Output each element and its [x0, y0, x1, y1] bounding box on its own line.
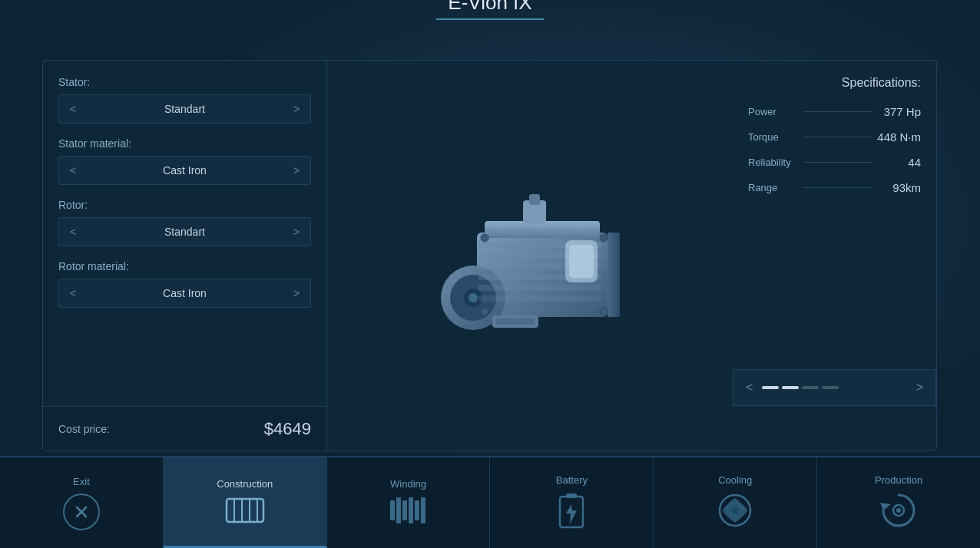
nav-battery-label: Battery	[556, 474, 588, 486]
svg-rect-16	[569, 245, 594, 278]
spec-reliability-line	[804, 162, 872, 163]
stator-selector: < Standart >	[58, 94, 311, 124]
spec-reliability-row: Reliability 44	[748, 156, 921, 169]
nav-battery[interactable]: Battery	[490, 457, 654, 548]
spec-range-line	[804, 187, 872, 188]
rotor-material-selector: < Cast Iron >	[58, 279, 311, 308]
page-dot-3	[802, 386, 819, 389]
spec-range-value: 93km	[879, 181, 921, 194]
svg-rect-2	[608, 233, 620, 317]
bottom-nav: Exit Construction Winding	[0, 456, 980, 548]
production-svg-icon	[880, 492, 917, 529]
winding-svg-icon	[389, 496, 429, 525]
stator-material-value: Cast Iron	[87, 164, 283, 177]
svg-point-43	[896, 508, 901, 513]
rotor-material-prev-btn[interactable]: <	[59, 279, 87, 307]
stator-label: Stator:	[58, 76, 311, 88]
nav-winding-label: Winding	[390, 478, 426, 490]
page-dot-1	[762, 386, 779, 389]
rotor-prev-btn[interactable]: <	[59, 218, 87, 246]
spec-power-value: 377 Hp	[879, 105, 921, 118]
stator-material-section: Stator material: < Cast Iron >	[58, 137, 311, 185]
svg-point-17	[481, 234, 488, 242]
svg-rect-12	[478, 295, 601, 302]
specs-title: Specifications:	[748, 76, 921, 90]
stator-material-prev-btn[interactable]: <	[59, 157, 87, 184]
svg-rect-34	[415, 500, 419, 520]
stator-next-btn[interactable]: >	[283, 95, 310, 123]
rotor-material-section: Rotor material: < Cast Iron >	[58, 260, 311, 308]
svg-rect-32	[402, 500, 407, 520]
svg-rect-37	[566, 494, 577, 498]
svg-marker-38	[566, 504, 577, 524]
svg-rect-22	[496, 319, 535, 325]
svg-rect-1	[485, 221, 600, 238]
page-dot-2	[782, 386, 799, 389]
spec-reliability-value: 44	[879, 156, 921, 169]
engine-image	[423, 179, 638, 355]
spec-torque-row: Torque 448 N·m	[748, 130, 921, 144]
cost-bar: Cost price: $4649	[43, 406, 327, 451]
nav-cooling[interactable]: Cooling	[654, 457, 817, 548]
svg-rect-30	[390, 500, 395, 520]
rotor-section: Rotor: < Standart >	[58, 199, 311, 246]
svg-point-40	[731, 507, 739, 514]
svg-rect-14	[529, 194, 540, 205]
config-panel: Stator: < Standart > Stator material: < …	[43, 61, 327, 429]
stator-material-label: Stator material:	[58, 137, 311, 150]
nav-exit[interactable]: Exit	[0, 457, 164, 548]
stator-value: Standart	[87, 103, 283, 115]
construction-svg-icon	[225, 496, 265, 525]
svg-marker-41	[880, 503, 891, 510]
spec-range-label: Range	[748, 182, 798, 193]
rotor-selector: < Standart >	[58, 217, 311, 246]
svg-rect-11	[478, 285, 601, 291]
svg-point-20	[600, 308, 608, 315]
battery-icon	[557, 492, 586, 532]
exit-icon-circle	[63, 494, 100, 530]
svg-rect-33	[409, 497, 413, 523]
spec-torque-value: 448 N·m	[877, 130, 921, 144]
title-underline	[436, 18, 544, 20]
spec-power-row: Power 377 Hp	[748, 105, 921, 118]
cooling-icon	[717, 492, 753, 532]
spec-power-line	[804, 111, 872, 112]
svg-rect-31	[396, 497, 401, 523]
rotor-value: Standart	[87, 226, 283, 238]
cooling-svg-icon	[717, 492, 753, 529]
page-dot-4	[822, 386, 839, 389]
cost-value: $4649	[264, 419, 311, 439]
stator-prev-btn[interactable]: <	[59, 95, 87, 123]
spec-prev-btn[interactable]: <	[743, 381, 756, 394]
stator-section: Stator: < Standart >	[58, 76, 311, 124]
spec-torque-line	[804, 137, 871, 137]
page-indicator	[762, 386, 906, 389]
page-title-area: E-Vion IX	[0, 20, 980, 34]
rotor-next-btn[interactable]: >	[283, 218, 310, 246]
spec-torque-label: Torque	[748, 131, 798, 143]
rotor-label: Rotor:	[58, 199, 311, 211]
winding-icon	[389, 496, 429, 528]
svg-point-19	[481, 308, 488, 315]
nav-production-label: Production	[875, 474, 922, 486]
nav-exit-label: Exit	[73, 476, 90, 487]
svg-point-6	[468, 293, 478, 302]
nav-winding[interactable]: Winding	[327, 457, 491, 548]
nav-construction[interactable]: Construction	[164, 457, 327, 548]
spec-power-label: Power	[748, 106, 798, 117]
nav-construction-label: Construction	[217, 478, 273, 490]
nav-cooling-label: Cooling	[718, 474, 752, 486]
spec-paginator: < >	[733, 369, 936, 406]
stator-material-selector: < Cast Iron >	[58, 156, 311, 185]
rotor-material-value: Cast Iron	[87, 287, 283, 299]
svg-rect-35	[421, 497, 425, 523]
battery-svg-icon	[557, 492, 586, 529]
spec-next-btn[interactable]: >	[913, 381, 926, 394]
rotor-material-label: Rotor material:	[58, 260, 311, 272]
svg-point-18	[600, 234, 608, 242]
production-icon	[880, 492, 917, 532]
spec-range-row: Range 93km	[748, 181, 921, 194]
stator-material-next-btn[interactable]: >	[283, 157, 310, 184]
nav-production[interactable]: Production	[817, 457, 980, 548]
rotor-material-next-btn[interactable]: >	[283, 279, 310, 307]
